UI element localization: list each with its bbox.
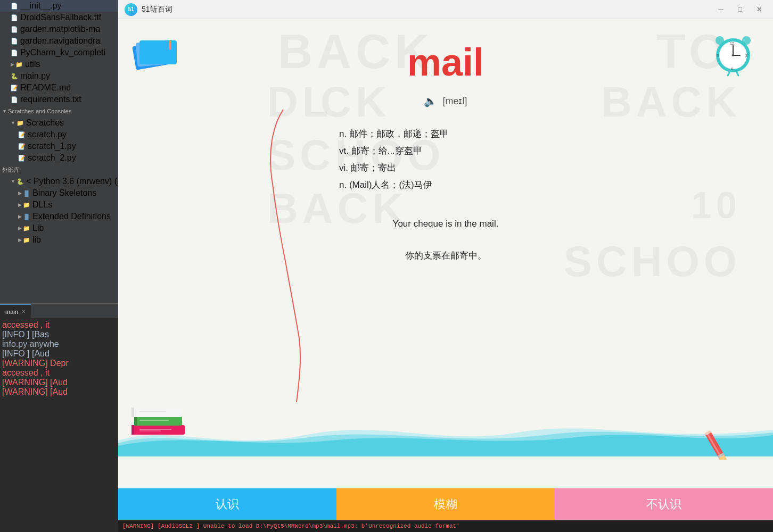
scratch-file-label: scratch.py (28, 130, 67, 139)
file-label: garden.matplotlib-ma (20, 24, 100, 34)
svg-point-10 (732, 54, 734, 56)
folder-label: utils (25, 60, 40, 69)
flashcard-area: BACK TO DL CK SCHOO BACK SCHOO BACK 10 1… (118, 19, 773, 488)
folder-icon: 📁 (23, 225, 30, 232)
lib-upper-label: Lib (32, 223, 44, 233)
file-droid-sans[interactable]: 📄 DroidSansFallback.ttf (0, 12, 118, 23)
bg-deco-4: CK (320, 78, 391, 127)
vague-button[interactable]: 模糊 (336, 488, 555, 520)
console-line-5: [WARNING] Depr (2, 359, 116, 368)
scratches-and-consoles-header[interactable]: ▼ Scratches and Consoles (0, 105, 118, 117)
books-stack-svg (129, 396, 187, 444)
example-english: Your cheque is in the mail. (339, 216, 552, 232)
expand-arrow: ▼ (11, 120, 15, 126)
external-lib-header[interactable]: 外部库 (0, 164, 118, 176)
python-icon: 🐍 (17, 178, 24, 185)
file-icon: 📄 (11, 38, 18, 45)
scratch-icon: 📝 (18, 143, 26, 150)
binary-skeletons-label: Binary Skeletons (32, 188, 96, 198)
app-window: 51 51斩百词 ─ □ ✕ BACK TO DL CK SCHOO BACK … (118, 0, 773, 520)
scratch-file-label: scratch_1.py (28, 142, 76, 151)
sidebar-top: 📄 __init__.py 📄 DroidSansFallback.ttf 📄 … (0, 0, 118, 303)
folder-utils[interactable]: ▶ 📁 utils (0, 59, 118, 70)
console-text: accessed , it (2, 320, 50, 329)
scratch-icon: 📝 (18, 131, 26, 138)
file-pycharm-kv[interactable]: 📄 PyCharm_kv_completi (0, 47, 118, 59)
folder-icon: 📁 (15, 61, 23, 68)
file-garden-matplotlib[interactable]: 📄 garden.matplotlib-ma (0, 23, 118, 35)
def-line-3: vi. 邮寄；寄出 (339, 160, 552, 177)
scratch-py[interactable]: 📝 scratch.py (0, 129, 118, 140)
window-controls: ─ □ ✕ (713, 4, 767, 15)
svg-text:9: 9 (717, 54, 719, 57)
svg-text:12: 12 (730, 41, 734, 45)
svg-line-11 (728, 72, 729, 76)
main-word: mail (407, 40, 484, 84)
bg-deco-7: SCHOO (564, 237, 741, 286)
speaker-button[interactable]: 🔈 (424, 95, 437, 107)
file-icon: 📄 (11, 14, 18, 21)
book-svg (129, 35, 182, 78)
svg-text:3: 3 (745, 54, 747, 57)
expand-arrow: ▶ (18, 237, 22, 243)
console-panel: main ✕ accessed , it [INFO ] [Bas info.p… (0, 303, 118, 532)
file-init-py[interactable]: 📄 __init__.py (0, 0, 118, 12)
svg-rect-17 (131, 425, 185, 435)
console-text: [WARNING] [Aud (2, 378, 68, 387)
scratches-section-label: Scratches and Consoles (8, 108, 71, 114)
example-container: Your cheque is in the mail. 你的支票在邮寄中。 (339, 216, 552, 264)
file-main-py[interactable]: 🐍 main.py (0, 70, 118, 82)
file-label: PyCharm_kv_completi (20, 48, 105, 57)
expand-arrow: ▶ (18, 226, 22, 231)
file-icon: 📄 (11, 3, 18, 10)
file-icon: 📄 (11, 26, 18, 33)
scratch-file-label: scratch_2.py (28, 153, 76, 163)
recognize-button[interactable]: 认识 (118, 488, 336, 520)
def-line-1: n. 邮件；邮政，邮递；盔甲 (339, 126, 552, 143)
console-text: [WARNING] Depr (2, 359, 69, 368)
console-line-8: [WARNING] [Aud (2, 387, 116, 397)
console-tab-bar: main ✕ (0, 303, 118, 318)
scratch-1-py[interactable]: 📝 scratch_1.py (0, 140, 118, 152)
lib-upper-item[interactable]: ▶ 📁 Lib (0, 222, 118, 234)
console-text: accessed , it (2, 368, 50, 377)
file-requirements-txt[interactable]: 📄 requirements.txt (0, 94, 118, 105)
svg-rect-18 (131, 425, 134, 435)
external-lib-label: 外部库 (2, 166, 20, 174)
scratches-folder[interactable]: ▼ 📁 Scratches (0, 117, 118, 129)
scratch-2-py[interactable]: 📝 scratch_2.py (0, 152, 118, 164)
restore-button[interactable]: □ (733, 4, 747, 15)
md-icon: 📝 (11, 85, 18, 92)
pencil-decoration (704, 417, 757, 462)
close-tab-button[interactable]: ✕ (21, 309, 26, 314)
definitions-container: n. 邮件；邮政，邮递；盔甲 vt. 邮寄；给...穿盔甲 vi. 邮寄；寄出 … (339, 126, 552, 194)
binary-skeletons-item[interactable]: ▶ ▐▌ Binary Skeletons (0, 187, 118, 199)
unknown-button[interactable]: 不认识 (555, 488, 773, 520)
file-label: garden.navigationdra (20, 36, 100, 46)
console-line-7: [WARNING] [Aud (2, 378, 116, 387)
pronunciation-row: 🔈 [meɪl] (407, 95, 484, 107)
expand-arrow: ▶ (18, 214, 22, 219)
console-tab-main[interactable]: main ✕ (0, 304, 31, 319)
buttons-row: 认识 模糊 不认识 (118, 488, 773, 520)
file-garden-navigation[interactable]: 📄 garden.navigationdra (0, 35, 118, 47)
lib-lower-label: lib (32, 235, 41, 245)
file-label: main.py (20, 71, 50, 81)
word-container: mail 🔈 [meɪl] (407, 40, 484, 107)
alarm-clock-decoration: 12 3 6 9 (709, 30, 757, 80)
file-label: DroidSansFallback.ttf (20, 13, 101, 22)
extended-definitions-item[interactable]: ▶ ▐▌ Extended Definitions (0, 211, 118, 222)
txt-icon: 📄 (11, 96, 18, 103)
file-readme-md[interactable]: 📝 README.md (0, 82, 118, 94)
lib-lower-item[interactable]: ▶ 📁 lib (0, 234, 118, 246)
minimize-button[interactable]: ─ (713, 4, 728, 15)
python-env-item[interactable]: ▼ 🐍 < Python 3.6 (mrwenv) (2 (0, 176, 118, 187)
bars-icon: ▐▌ (23, 190, 30, 196)
dlls-item[interactable]: ▶ 📁 DLLs (0, 199, 118, 211)
bg-deco-9: 10 (691, 184, 741, 227)
folder-icon: 📁 (17, 120, 24, 127)
pencil-svg (704, 417, 757, 460)
console-content: accessed , it [INFO ] [Bas info.py anywh… (0, 318, 118, 484)
console-text: [WARNING] [Aud (2, 387, 68, 396)
close-button[interactable]: ✕ (752, 4, 767, 15)
